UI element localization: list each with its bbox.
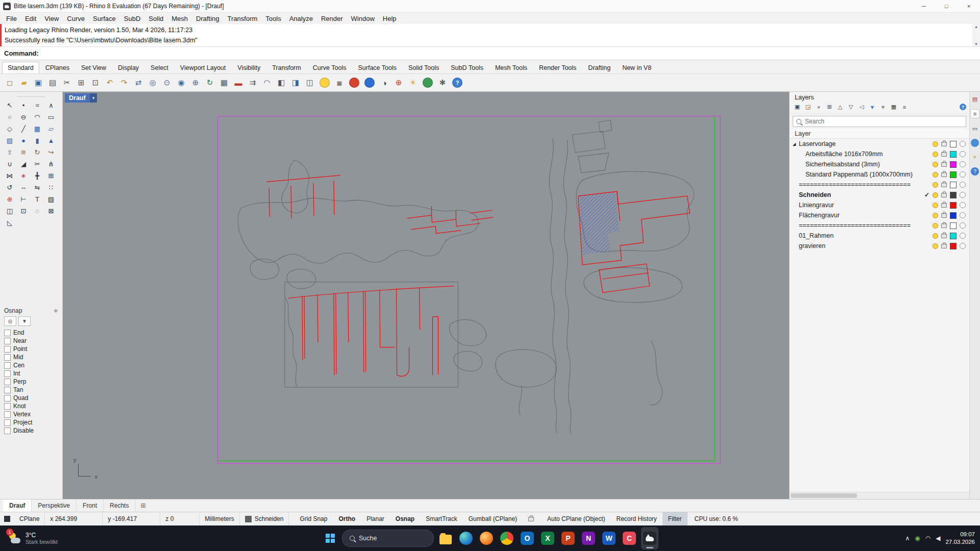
- layer-row[interactable]: ◢ gravieren ✓: [790, 241, 969, 251]
- status-toggle[interactable]: Filter: [663, 512, 688, 525]
- layer-material-icon[interactable]: [960, 182, 966, 188]
- mirror-tool-icon[interactable]: ⇋: [31, 182, 44, 193]
- layer-lock-icon[interactable]: [941, 213, 947, 218]
- layer-row[interactable]: ◢ 01_Rahmen ✓: [790, 231, 969, 241]
- osnap-checkbox-row[interactable]: Quad: [0, 394, 62, 402]
- dimension-tool-icon[interactable]: ⊢: [17, 193, 30, 205]
- move-down-icon[interactable]: ▽: [846, 103, 855, 111]
- layer-color-swatch[interactable]: [950, 243, 957, 249]
- join-tool-icon[interactable]: ⋈: [3, 170, 16, 181]
- new-sublayer-icon[interactable]: ◲: [803, 103, 813, 111]
- layer-color-swatch[interactable]: [950, 171, 957, 178]
- menu-item[interactable]: Edit: [21, 14, 40, 23]
- toolbar-tab[interactable]: Standard: [2, 62, 39, 73]
- checkbox[interactable]: [4, 362, 11, 369]
- properties-tab-icon[interactable]: ▤: [971, 95, 979, 103]
- command-input[interactable]: Command:: [0, 46, 980, 60]
- checkbox[interactable]: [4, 354, 11, 361]
- layer-color-swatch[interactable]: [950, 161, 957, 168]
- layer-material-icon[interactable]: [960, 202, 966, 208]
- rectangle-tool-icon[interactable]: ▭: [44, 111, 58, 122]
- curve-tool-icon[interactable]: ≈: [31, 99, 44, 111]
- hatch-tool-icon[interactable]: ▨: [44, 193, 58, 205]
- fillet-tool-icon[interactable]: ∪: [3, 158, 16, 169]
- status-toggle[interactable]: Grid Snap: [294, 512, 333, 525]
- gumball-tool-icon[interactable]: ⊕: [3, 193, 16, 205]
- layers-tab-icon[interactable]: ≡: [970, 109, 979, 118]
- toolbar-tab[interactable]: Curve Tools: [307, 62, 352, 73]
- move-up-icon[interactable]: △: [836, 103, 845, 111]
- explorer-app[interactable]: [437, 527, 454, 549]
- layer-color-swatch[interactable]: [950, 151, 957, 158]
- gumball-icon[interactable]: ⊕: [392, 76, 405, 89]
- array-tool-icon[interactable]: ∷: [44, 182, 58, 193]
- polygon-tool-icon[interactable]: ◇: [3, 123, 16, 134]
- layer-visibility-bulb-icon[interactable]: [933, 223, 938, 229]
- clock[interactable]: 09:07 27.03.2026: [945, 531, 975, 546]
- osnap-checkbox-row[interactable]: Knot: [0, 402, 62, 410]
- layer-lock-icon[interactable]: [941, 172, 947, 177]
- layer-visibility-bulb-icon[interactable]: [933, 162, 938, 167]
- menu-item[interactable]: Transform: [224, 14, 262, 23]
- viewport-layout-icon[interactable]: ⊞: [135, 499, 151, 512]
- close-button[interactable]: ×: [958, 0, 980, 12]
- block-tool-icon[interactable]: ◫: [3, 205, 16, 216]
- weather-widget[interactable]: 1 3°C Stark bewölkt: [5, 525, 61, 551]
- layer-lock-icon[interactable]: [941, 162, 947, 167]
- zoom-extents-icon[interactable]: ◉: [175, 76, 188, 89]
- gear-icon[interactable]: ∗: [53, 307, 58, 314]
- zoom-selected-icon[interactable]: ⊕: [189, 76, 202, 89]
- cut-icon[interactable]: ✂: [60, 76, 74, 89]
- explode-tool-icon[interactable]: ∗: [17, 170, 30, 181]
- ellipse-tool-icon[interactable]: ⊖: [17, 111, 30, 122]
- earth-icon[interactable]: [423, 78, 433, 88]
- layer-lock-icon[interactable]: [941, 183, 947, 187]
- toolbar-tab[interactable]: Display: [112, 62, 144, 73]
- trim-tool-icon[interactable]: ✂: [31, 158, 44, 169]
- menu-item[interactable]: Tools: [261, 14, 285, 23]
- viewport-tab[interactable]: Drauf: [3, 499, 32, 512]
- copy-icon[interactable]: ⊞: [75, 76, 88, 89]
- redo-icon[interactable]: ↷: [117, 76, 131, 89]
- viewport-tab[interactable]: Front: [77, 499, 104, 512]
- layer-row[interactable]: ◢ Flächengravur ✓: [790, 210, 969, 220]
- osnap-checkbox-row[interactable]: Perp: [0, 378, 62, 386]
- menu-item[interactable]: Window: [347, 14, 379, 23]
- material-blue-ball-icon[interactable]: [364, 78, 375, 88]
- firefox-app[interactable]: [478, 527, 495, 549]
- circle-tool-icon[interactable]: ○: [3, 111, 16, 122]
- layer-visibility-bulb-icon[interactable]: [933, 182, 938, 188]
- save-icon[interactable]: ▣: [32, 76, 45, 89]
- revolve-tool-icon[interactable]: ↻: [31, 146, 44, 158]
- clipchamp-app[interactable]: C: [621, 527, 638, 549]
- osnap-filter-button[interactable]: ▼: [18, 316, 31, 326]
- layer-visibility-bulb-icon[interactable]: [933, 243, 938, 249]
- layer-row[interactable]: ◢ ============================== ✓: [790, 220, 969, 231]
- layers-horizontal-scrollbar[interactable]: [790, 492, 969, 499]
- status-toggle[interactable]: Gumball (CPlane): [463, 512, 523, 525]
- toolbar-tab[interactable]: Solid Tools: [403, 62, 445, 73]
- menu-item[interactable]: SubD: [120, 14, 145, 23]
- car-icon[interactable]: ▬: [232, 76, 245, 89]
- list-options-icon[interactable]: ≡: [900, 103, 909, 111]
- layer-material-icon[interactable]: [960, 151, 966, 157]
- zoom-window-icon[interactable]: ⊙: [160, 76, 174, 89]
- layer-row[interactable]: ◢ Laservorlage ✓: [790, 139, 969, 149]
- surface-tool-icon[interactable]: ▦: [31, 123, 44, 134]
- osnap-checkbox-row[interactable]: Disable: [0, 427, 62, 435]
- layer-material-icon[interactable]: [960, 212, 966, 218]
- drawing-canvas[interactable]: [63, 92, 789, 499]
- panel-toggle-icon[interactable]: [4, 516, 10, 522]
- layer-visibility-bulb-icon[interactable]: [933, 213, 938, 218]
- eraser-tool-icon[interactable]: ◺: [3, 217, 16, 228]
- status-toggle[interactable]: Osnap: [390, 512, 420, 525]
- outlook-app[interactable]: O: [519, 527, 536, 549]
- curvature-icon[interactable]: ◠: [260, 76, 274, 89]
- powerpoint-app[interactable]: P: [559, 527, 577, 549]
- split-tool-icon[interactable]: ⋔: [44, 158, 58, 169]
- wireframe-icon[interactable]: ◫: [303, 76, 316, 89]
- status-toggle[interactable]: Ortho: [333, 512, 361, 525]
- viewport-label[interactable]: Drauf ▾: [65, 93, 97, 103]
- layer-color-swatch[interactable]: [950, 141, 957, 147]
- viewport-menu-caret-icon[interactable]: ▾: [90, 93, 97, 103]
